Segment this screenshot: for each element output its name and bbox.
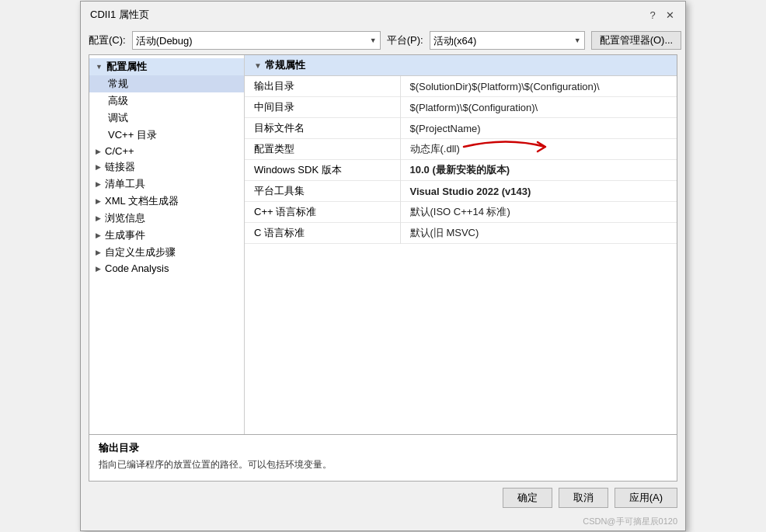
right-panel: ▼ 常规属性 输出目录$(SolutionDir)$(Platform)\$(C… bbox=[245, 55, 677, 434]
table-row: C 语言标准默认(旧 MSVC) bbox=[245, 223, 677, 244]
custom-build-label: 自定义生成步骤 bbox=[105, 245, 176, 259]
sidebar-item-advanced[interactable]: 高级 bbox=[89, 92, 244, 110]
advanced-label: 高级 bbox=[108, 94, 128, 108]
debug-label: 调试 bbox=[108, 111, 128, 125]
prop-value[interactable]: $(Platform)\$(Configuration)\ bbox=[400, 97, 677, 118]
section-title: 常规属性 bbox=[265, 58, 305, 72]
browse-label: 浏览信息 bbox=[105, 211, 145, 225]
prop-name: Windows SDK 版本 bbox=[245, 160, 400, 181]
prop-value[interactable]: $(ProjectName) bbox=[400, 118, 677, 139]
section-header: ▼ 常规属性 bbox=[245, 55, 677, 76]
table-row: 输出目录$(SolutionDir)$(Platform)\$(Configur… bbox=[245, 76, 677, 97]
ok-button[interactable]: 确定 bbox=[503, 488, 552, 508]
prop-value[interactable]: 动态库(.dll) bbox=[400, 139, 677, 160]
main-content: ▼ 配置属性 常规 高级 调试 VC++ 目录 ▶ C/C++ ▶ 链接器 bbox=[89, 54, 677, 435]
config-select-wrapper: 活动(Debug) bbox=[132, 31, 381, 50]
xml-label: XML 文档生成器 bbox=[105, 194, 179, 208]
prop-value[interactable]: Visual Studio 2022 (v143) bbox=[400, 181, 677, 202]
manifest-label: 清单工具 bbox=[105, 177, 145, 191]
code-analysis-label: Code Analysis bbox=[105, 263, 169, 274]
root-arrow-icon: ▼ bbox=[96, 63, 103, 71]
prop-name: 中间目录 bbox=[245, 97, 400, 118]
properties-dialog: CDII1 属性页 ? ✕ 配置(C): 活动(Debug) 平台(P): 活动… bbox=[80, 1, 686, 531]
sidebar-item-general[interactable]: 常规 bbox=[89, 75, 244, 92]
config-select[interactable]: 活动(Debug) bbox=[132, 31, 381, 50]
prop-value[interactable]: 默认(ISO C++14 标准) bbox=[400, 202, 677, 223]
vc-dirs-label: VC++ 目录 bbox=[108, 128, 157, 142]
prop-value[interactable]: 10.0 (最新安装的版本) bbox=[400, 160, 677, 181]
sidebar-item-build-events[interactable]: ▶ 生成事件 bbox=[89, 227, 244, 244]
code-analysis-arrow-icon: ▶ bbox=[96, 265, 101, 273]
desc-text: 指向已编译程序的放置位置的路径。可以包括环境变量。 bbox=[99, 458, 667, 471]
linker-label: 链接器 bbox=[105, 160, 135, 174]
platform-label: 平台(P): bbox=[387, 33, 423, 47]
section-arrow-icon: ▼ bbox=[254, 61, 262, 70]
apply-button[interactable]: 应用(A) bbox=[615, 488, 677, 508]
table-row: C++ 语言标准默认(ISO C++14 标准) bbox=[245, 202, 677, 223]
title-bar: CDII1 属性页 ? ✕ bbox=[81, 2, 685, 26]
prop-value[interactable]: $(SolutionDir)$(Platform)\$(Configuratio… bbox=[400, 76, 677, 97]
sidebar-item-manifest[interactable]: ▶ 清单工具 bbox=[89, 176, 244, 193]
sidebar-item-vc-dirs[interactable]: VC++ 目录 bbox=[89, 127, 244, 144]
table-row: 平台工具集Visual Studio 2022 (v143) bbox=[245, 181, 677, 202]
table-row: Windows SDK 版本10.0 (最新安装的版本) bbox=[245, 160, 677, 181]
table-row: 中间目录$(Platform)\$(Configuration)\ bbox=[245, 97, 677, 118]
help-button[interactable]: ? bbox=[646, 9, 659, 21]
title-buttons: ? ✕ bbox=[646, 9, 676, 21]
browse-arrow-icon: ▶ bbox=[96, 214, 101, 222]
properties-table: 输出目录$(SolutionDir)$(Platform)\$(Configur… bbox=[245, 76, 677, 244]
config-manager-button[interactable]: 配置管理器(O)... bbox=[591, 31, 682, 50]
prop-name: C 语言标准 bbox=[245, 223, 400, 244]
build-events-label: 生成事件 bbox=[105, 228, 145, 242]
sidebar-item-xml[interactable]: ▶ XML 文档生成器 bbox=[89, 193, 244, 210]
sidebar-item-code-analysis[interactable]: ▶ Code Analysis bbox=[89, 261, 244, 276]
cpp-label: C/C++ bbox=[105, 145, 134, 157]
prop-name: 配置类型 bbox=[245, 139, 400, 160]
tree-root[interactable]: ▼ 配置属性 bbox=[89, 58, 244, 75]
prop-name: 目标文件名 bbox=[245, 118, 400, 139]
manifest-arrow-icon: ▶ bbox=[96, 180, 101, 188]
watermark: CSDN@手可摘星辰0120 bbox=[81, 514, 685, 530]
cancel-button[interactable]: 取消 bbox=[559, 488, 608, 508]
table-row: 目标文件名$(ProjectName) bbox=[245, 118, 677, 139]
sidebar-item-linker[interactable]: ▶ 链接器 bbox=[89, 158, 244, 176]
config-label: 配置(C): bbox=[89, 33, 126, 47]
platform-select-wrapper: 活动(x64) bbox=[430, 31, 585, 50]
prop-name: C++ 语言标准 bbox=[245, 202, 400, 223]
prop-name: 平台工具集 bbox=[245, 181, 400, 202]
bottom-description: 输出目录 指向已编译程序的放置位置的路径。可以包括环境变量。 bbox=[89, 435, 677, 482]
linker-arrow-icon: ▶ bbox=[96, 163, 101, 171]
toolbar: 配置(C): 活动(Debug) 平台(P): 活动(x64) 配置管理器(O)… bbox=[81, 26, 685, 54]
prop-value[interactable]: 默认(旧 MSVC) bbox=[400, 223, 677, 244]
sidebar-item-cpp[interactable]: ▶ C/C++ bbox=[89, 144, 244, 158]
button-row: 确定 取消 应用(A) bbox=[81, 482, 685, 514]
build-events-arrow-icon: ▶ bbox=[96, 231, 101, 239]
sidebar-item-debug[interactable]: 调试 bbox=[89, 110, 244, 127]
sidebar-item-custom-build[interactable]: ▶ 自定义生成步骤 bbox=[89, 244, 244, 261]
cpp-arrow-icon: ▶ bbox=[96, 148, 101, 155]
sidebar-item-browse[interactable]: ▶ 浏览信息 bbox=[89, 210, 244, 227]
platform-select[interactable]: 活动(x64) bbox=[430, 31, 585, 50]
desc-title: 输出目录 bbox=[99, 441, 667, 455]
prop-name: 输出目录 bbox=[245, 76, 400, 97]
general-label: 常规 bbox=[108, 77, 128, 91]
table-row: 配置类型动态库(.dll) bbox=[245, 139, 677, 160]
tree-root-label: 配置属性 bbox=[106, 60, 147, 74]
xml-arrow-icon: ▶ bbox=[96, 197, 101, 205]
custom-build-arrow-icon: ▶ bbox=[96, 249, 101, 256]
close-button[interactable]: ✕ bbox=[663, 9, 676, 21]
left-tree: ▼ 配置属性 常规 高级 调试 VC++ 目录 ▶ C/C++ ▶ 链接器 bbox=[89, 55, 245, 434]
dialog-title: CDII1 属性页 bbox=[90, 8, 149, 22]
